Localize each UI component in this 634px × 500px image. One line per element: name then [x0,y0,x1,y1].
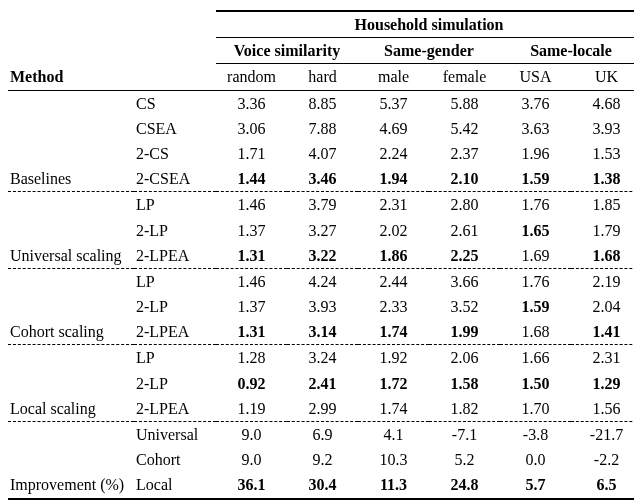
cell: 1.70 [500,396,571,422]
cell: 1.76 [500,268,571,294]
col-group-voice: Voice similarity [216,38,358,64]
method-label: Universal [134,422,216,448]
cell: 2.06 [429,345,500,371]
method-label: 2-LP [134,371,216,396]
cell: 2.31 [571,345,634,371]
cell: 6.9 [287,422,358,448]
col-usa: USA [500,64,571,90]
cell: 1.56 [571,396,634,422]
cell: 1.29 [571,371,634,396]
cell: 1.37 [216,218,287,243]
cell: 3.36 [216,90,287,116]
col-uk: UK [571,64,634,90]
method-header: Method [8,64,216,90]
method-label: Cohort [134,447,216,472]
cell: 3.93 [287,294,358,319]
cell: 1.66 [500,345,571,371]
cell: 1.59 [500,294,571,319]
cell: 2.02 [358,218,429,243]
cell: 3.66 [429,268,500,294]
cell: -7.1 [429,422,500,448]
cell: 1.85 [571,192,634,218]
cell: 8.85 [287,90,358,116]
cell: 2.37 [429,141,500,166]
cell: 5.88 [429,90,500,116]
col-male: male [358,64,429,90]
cell: 9.0 [216,422,287,448]
cell: 1.38 [571,166,634,192]
cell: -3.8 [500,422,571,448]
cell: 2.31 [358,192,429,218]
col-female: female [429,64,500,90]
cell: 1.37 [216,294,287,319]
cell: 0.0 [500,447,571,472]
col-random: random [216,64,287,90]
cell: 3.76 [500,90,571,116]
cell: 3.93 [571,116,634,141]
cell: 0.92 [216,371,287,396]
cell: 5.37 [358,90,429,116]
cell: 10.3 [358,447,429,472]
cell: 1.99 [429,319,500,345]
cell: 1.65 [500,218,571,243]
cell: 1.74 [358,319,429,345]
cell: 2.10 [429,166,500,192]
cell: 4.1 [358,422,429,448]
cell: 4.07 [287,141,358,166]
cell: -2.2 [571,447,634,472]
table-row: Baselines CS 3.36 8.85 5.37 5.88 3.76 4.… [8,90,634,116]
table-row: Universal scaling LP 1.46 3.79 2.31 2.80… [8,192,634,218]
method-label: LP [134,345,216,371]
cell: 4.68 [571,90,634,116]
table-row: Cohort scaling LP 1.46 4.24 2.44 3.66 1.… [8,268,634,294]
method-label: 2-LP [134,294,216,319]
cell: 1.86 [358,243,429,269]
cell: 1.79 [571,218,634,243]
col-group-gender: Same-gender [358,38,500,64]
cell: 1.69 [500,243,571,269]
cell: 2.44 [358,268,429,294]
cell: 3.14 [287,319,358,345]
cell: -21.7 [571,422,634,448]
header-row-cols: Method random hard male female USA UK [8,64,634,90]
cell: 1.76 [500,192,571,218]
cell: 4.24 [287,268,358,294]
cell: 3.06 [216,116,287,141]
cell: 2.25 [429,243,500,269]
cell: 1.72 [358,371,429,396]
cell: 2.99 [287,396,358,422]
cell: 1.46 [216,192,287,218]
cell: 3.52 [429,294,500,319]
cell: 36.1 [216,472,287,498]
cell: 3.46 [287,166,358,192]
cell: 24.8 [429,472,500,498]
cell: 3.63 [500,116,571,141]
cell: 9.2 [287,447,358,472]
section-cohort: Cohort scaling [8,268,134,345]
method-label: 2-CS [134,141,216,166]
method-label: CSEA [134,116,216,141]
cell: 30.4 [287,472,358,498]
cell: 2.19 [571,268,634,294]
cell: 2.33 [358,294,429,319]
cell: 3.24 [287,345,358,371]
cell: 1.53 [571,141,634,166]
cell: 2.80 [429,192,500,218]
method-label: 2-LPEA [134,319,216,345]
section-universal: Universal scaling [8,192,134,269]
cell: 1.19 [216,396,287,422]
cell: 3.27 [287,218,358,243]
table-row: Improvement (%) Universal 9.0 6.9 4.1 -7… [8,422,634,448]
method-label: 2-LPEA [134,396,216,422]
table-row: Local scaling LP 1.28 3.24 1.92 2.06 1.6… [8,345,634,371]
cell: 1.46 [216,268,287,294]
cell: 2.41 [287,371,358,396]
cell: 9.0 [216,447,287,472]
cell: 1.82 [429,396,500,422]
method-label: Local [134,472,216,498]
method-label: CS [134,90,216,116]
method-label: 2-LP [134,218,216,243]
cell: 1.68 [571,243,634,269]
super-header: Household simulation [216,11,634,38]
cell: 1.50 [500,371,571,396]
